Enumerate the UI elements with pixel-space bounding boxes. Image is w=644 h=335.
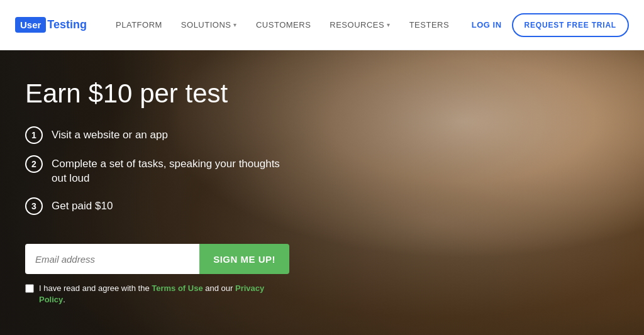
nav-item-resources[interactable]: RESOURCES ▾ — [321, 20, 399, 30]
step-text-2: Complete a set of tasks, speaking your t… — [52, 155, 289, 187]
terms-row: I have read and agree with the Terms of … — [25, 283, 289, 305]
signup-button[interactable]: SIGN ME UP! — [199, 244, 289, 274]
terms-text: I have read and agree with the Terms of … — [39, 283, 289, 305]
terms-after: . — [63, 295, 65, 304]
chevron-down-icon: ▾ — [233, 21, 237, 28]
nav-right: LOG IN REQUEST FREE TRIAL — [472, 13, 629, 37]
logo-testing: Testing — [47, 18, 87, 31]
nav-item-testers[interactable]: TESTERS — [401, 20, 458, 30]
terms-before: I have read and agree with the — [39, 283, 152, 293]
nav-item-platform[interactable]: PLATFORM — [107, 20, 171, 30]
step-number-1: 1 — [25, 126, 43, 144]
email-input[interactable] — [25, 244, 199, 274]
terms-middle: and our — [203, 283, 235, 293]
nav-links: PLATFORM SOLUTIONS ▾ CUSTOMERS RESOURCES… — [107, 20, 472, 30]
navbar: User Testing PLATFORM SOLUTIONS ▾ CUSTOM… — [0, 0, 644, 50]
login-button[interactable]: LOG IN — [472, 20, 502, 30]
trial-button[interactable]: REQUEST FREE TRIAL — [512, 13, 629, 37]
steps-list: 1 Visit a website or an app 2 Complete a… — [25, 126, 289, 227]
nav-item-solutions-label: SOLUTIONS — [181, 20, 231, 30]
chevron-down-icon: ▾ — [387, 21, 391, 28]
terms-of-use-link[interactable]: Terms of Use — [152, 283, 203, 293]
hero-section: Earn $10 per test 1 Visit a website or a… — [0, 50, 644, 335]
signup-row: SIGN ME UP! — [25, 244, 289, 274]
logo-user: User — [15, 17, 46, 33]
terms-checkbox[interactable] — [25, 284, 34, 293]
step-text-1: Visit a website or an app — [52, 126, 168, 143]
step-number-2: 2 — [25, 155, 43, 173]
step-number-3: 3 — [25, 197, 43, 215]
hero-title: Earn $10 per test — [25, 79, 289, 108]
nav-item-resources-label: RESOURCES — [330, 20, 384, 30]
hero-content: Earn $10 per test 1 Visit a website or a… — [0, 50, 314, 335]
step-item-2: 2 Complete a set of tasks, speaking your… — [25, 155, 289, 187]
logo[interactable]: User Testing — [15, 17, 87, 33]
step-item-3: 3 Get paid $10 — [25, 197, 289, 215]
nav-item-customers[interactable]: CUSTOMERS — [247, 20, 319, 30]
step-item-1: 1 Visit a website or an app — [25, 126, 289, 144]
step-text-3: Get paid $10 — [52, 197, 113, 214]
nav-item-solutions[interactable]: SOLUTIONS ▾ — [172, 20, 246, 30]
